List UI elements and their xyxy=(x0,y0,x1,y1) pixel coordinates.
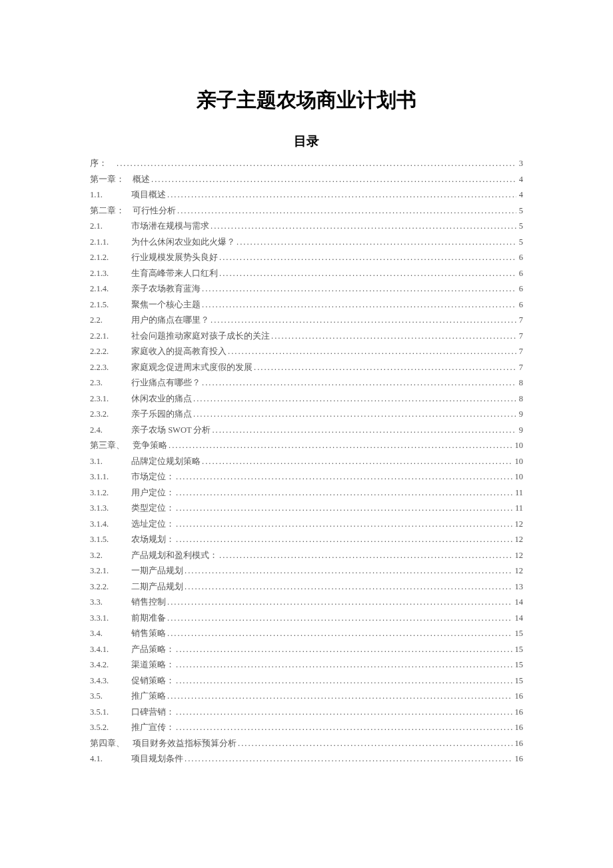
toc-section-number: 2.1.2. xyxy=(90,253,131,262)
toc-section-number: 3.3.1. xyxy=(90,614,131,623)
toc-label: 选址定位： xyxy=(131,520,175,529)
toc-label: 项目财务效益指标预算分析 xyxy=(133,739,237,748)
toc-page-number: 10 xyxy=(514,441,524,450)
toc-item: 3.4.1.产品策略：15 xyxy=(90,645,523,654)
toc-label: 市场潜在规模与需求 xyxy=(131,222,209,231)
toc-section-number: 2.2. xyxy=(90,316,131,325)
toc-section-number: 1.1. xyxy=(90,191,131,199)
toc-section-number: 2.3.1. xyxy=(90,395,131,403)
toc-item: 2.2.1.社会问题推动家庭对孩子成长的关注7 xyxy=(90,332,523,341)
toc-item: 3.5.推广策略16 xyxy=(90,692,523,701)
toc-section-number: 3.5.1. xyxy=(90,708,131,717)
toc-leader-dots xyxy=(176,645,512,654)
toc-label: 亲子农场教育蓝海 xyxy=(131,285,201,293)
toc-list: 序：3第一章：概述41.1.项目概述4第二章：可行性分析52.1.市场潜在规模与… xyxy=(90,159,523,763)
toc-item: 1.1.项目概述4 xyxy=(90,191,523,199)
toc-section-number: 3.4.1. xyxy=(90,645,131,654)
toc-section-number: 2.2.3. xyxy=(90,363,131,372)
toc-page-number: 3 xyxy=(518,159,523,168)
toc-leader-dots xyxy=(176,473,512,481)
toc-item: 2.1.5.聚焦一个核心主题6 xyxy=(90,301,523,309)
toc-item: 3.4.销售策略15 xyxy=(90,629,523,638)
toc-section-number: 3.4.2. xyxy=(90,661,131,669)
toc-item: 4.1.项目规划条件16 xyxy=(90,755,523,763)
toc-label: 休闲农业的痛点 xyxy=(131,395,192,403)
toc-section-number: 2.1.3. xyxy=(90,269,131,278)
toc-leader-dots xyxy=(167,598,512,607)
toc-section-number: 4.1. xyxy=(90,755,131,763)
toc-page-number: 15 xyxy=(514,645,524,654)
toc-item: 2.3.1.休闲农业的痛点8 xyxy=(90,395,523,403)
toc-leader-dots xyxy=(202,285,516,293)
toc-section-number: 2.1. xyxy=(90,222,131,231)
toc-page-number: 10 xyxy=(514,473,524,481)
toc-label: 项目概述 xyxy=(131,191,166,199)
toc-page-number: 6 xyxy=(518,253,523,262)
toc-page-number: 15 xyxy=(514,629,524,638)
toc-page-number: 15 xyxy=(514,677,524,685)
toc-label: 用户定位： xyxy=(131,489,175,497)
toc-page-number: 6 xyxy=(518,301,523,309)
toc-item: 3.5.2.推广宣传：16 xyxy=(90,723,523,732)
toc-label: 二期产品规划 xyxy=(131,583,183,591)
toc-section-number: 3.1.1. xyxy=(90,473,131,481)
toc-item: 3.1.3.类型定位：11 xyxy=(90,504,523,513)
toc-leader-dots xyxy=(202,301,516,309)
toc-leader-dots xyxy=(185,567,512,575)
toc-label: 家庭观念促进周末式度假的发展 xyxy=(131,363,253,372)
toc-page-number: 8 xyxy=(518,379,523,387)
toc-leader-dots xyxy=(167,629,512,638)
toc-item: 2.2.2.家庭收入的提高教育投入7 xyxy=(90,347,523,356)
toc-label: 口碑营销： xyxy=(131,708,175,717)
toc-item: 2.1.市场潜在规模与需求5 xyxy=(90,222,523,231)
toc-leader-dots xyxy=(117,159,516,168)
toc-section-number: 2.1.4. xyxy=(90,285,131,293)
toc-page-number: 5 xyxy=(518,222,523,231)
toc-leader-dots xyxy=(167,692,512,701)
toc-page-number: 7 xyxy=(518,363,523,372)
toc-page-number: 16 xyxy=(514,708,524,717)
toc-section-number: 3.2. xyxy=(90,551,131,560)
toc-item: 3.1.2.用户定位：11 xyxy=(90,489,523,497)
toc-section-number: 2.1.5. xyxy=(90,301,131,309)
toc-leader-dots xyxy=(151,175,516,184)
toc-label: 家庭收入的提高教育投入 xyxy=(131,347,227,356)
toc-item: 2.2.用户的痛点在哪里？7 xyxy=(90,316,523,325)
toc-page-number: 7 xyxy=(518,347,523,356)
toc-leader-dots xyxy=(219,551,512,560)
toc-section-number: 第三章、 xyxy=(90,441,133,450)
toc-page-number: 12 xyxy=(514,567,524,575)
toc-leader-dots xyxy=(219,269,516,278)
toc-page-number: 4 xyxy=(518,175,523,184)
toc-section-number: 3.5. xyxy=(90,692,131,701)
toc-label: 行业规模发展势头良好 xyxy=(131,253,218,262)
toc-item: 第三章、竞争策略10 xyxy=(90,441,523,450)
toc-item: 2.1.1.为什么休闲农业如此火爆？5 xyxy=(90,238,523,247)
toc-page-number: 6 xyxy=(518,285,523,293)
toc-item: 3.2.产品规划和盈利模式：12 xyxy=(90,551,523,560)
toc-leader-dots xyxy=(176,520,512,529)
toc-label: 前期准备 xyxy=(131,614,166,623)
toc-section-number: 3.5.2. xyxy=(90,723,131,732)
toc-label: 销售控制 xyxy=(131,598,166,607)
toc-title: 目录 xyxy=(90,133,523,150)
toc-label: 社会问题推动家庭对孩子成长的关注 xyxy=(131,332,270,341)
toc-label: 为什么休闲农业如此火爆？ xyxy=(131,238,235,247)
toc-page-number: 12 xyxy=(514,551,524,560)
toc-page-number: 14 xyxy=(514,598,524,607)
toc-leader-dots xyxy=(193,410,516,419)
toc-page-number: 12 xyxy=(514,535,524,544)
toc-page-number: 11 xyxy=(514,489,523,497)
toc-section-number: 2.4. xyxy=(90,426,131,435)
toc-section-number: 第二章： xyxy=(90,207,133,215)
toc-leader-dots xyxy=(211,222,516,231)
toc-page-number: 9 xyxy=(518,410,523,419)
toc-leader-dots xyxy=(176,677,512,685)
toc-label: 竞争策略 xyxy=(133,441,167,450)
toc-leader-dots xyxy=(167,614,512,623)
toc-label: 类型定位： xyxy=(131,504,175,513)
toc-leader-dots xyxy=(176,535,512,544)
toc-section-number: 2.1.1. xyxy=(90,238,131,247)
toc-item: 3.2.1.一期产品规划12 xyxy=(90,567,523,575)
toc-item: 2.1.2.行业规模发展势头良好6 xyxy=(90,253,523,262)
